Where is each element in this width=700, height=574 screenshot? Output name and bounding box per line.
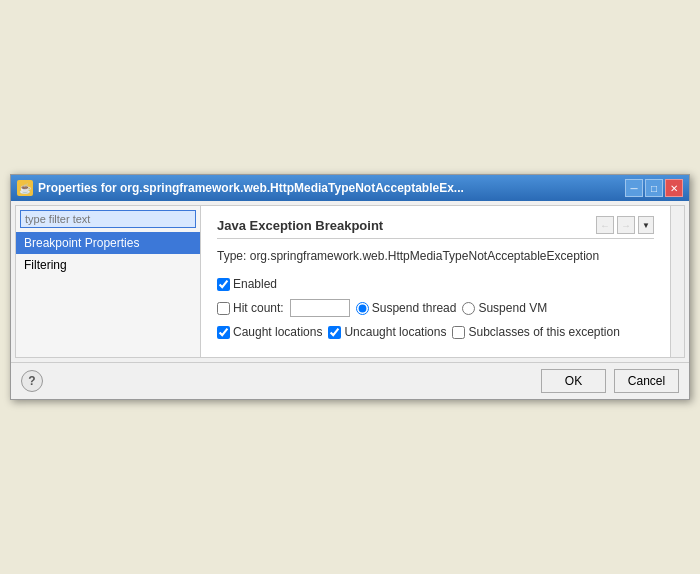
hit-count-label: Hit count: (233, 301, 284, 315)
minimize-button[interactable]: ─ (625, 179, 643, 197)
footer-buttons: OK Cancel (541, 369, 679, 393)
hit-count-input[interactable] (290, 299, 350, 317)
type-label: Type: (217, 249, 246, 263)
sidebar-item-breakpoint-properties[interactable]: Breakpoint Properties (16, 232, 200, 254)
panel-title-text: Java Exception Breakpoint (217, 218, 383, 233)
ok-button[interactable]: OK (541, 369, 606, 393)
uncaught-locations-label: Uncaught locations (344, 325, 446, 339)
uncaught-locations-group: Uncaught locations (328, 325, 446, 339)
hit-count-checkbox-group: Hit count: (217, 301, 284, 315)
enabled-label: Enabled (233, 277, 277, 291)
sidebar: Breakpoint Properties Filtering (16, 206, 201, 357)
type-value: org.springframework.web.HttpMediaTypeNot… (250, 249, 600, 263)
subclasses-label: Subclasses of this exception (468, 325, 619, 339)
title-bar-controls: ─ □ ✕ (625, 179, 683, 197)
uncaught-locations-checkbox[interactable] (328, 326, 341, 339)
suspend-thread-label: Suspend thread (372, 301, 457, 315)
nav-arrows: ← → ▼ (596, 216, 654, 234)
suspend-vm-radio[interactable] (462, 302, 475, 315)
maximize-button[interactable]: □ (645, 179, 663, 197)
hit-count-checkbox[interactable] (217, 302, 230, 315)
hit-count-row: Hit count: Suspend thread Suspend VM (217, 299, 654, 317)
type-line: Type: org.springframework.web.HttpMediaT… (217, 249, 654, 263)
filter-input[interactable] (20, 210, 196, 228)
panel-header: Java Exception Breakpoint ← → ▼ (217, 216, 654, 239)
subclasses-checkbox[interactable] (452, 326, 465, 339)
title-bar-left: ☕ Properties for org.springframework.web… (17, 180, 625, 196)
help-button[interactable]: ? (21, 370, 43, 392)
nav-forward-button[interactable]: → (617, 216, 635, 234)
right-scrollbar (670, 206, 684, 357)
title-bar: ☕ Properties for org.springframework.web… (11, 175, 689, 201)
content-area: Breakpoint Properties Filtering Java Exc… (15, 205, 685, 358)
close-button[interactable]: ✕ (665, 179, 683, 197)
cancel-button[interactable]: Cancel (614, 369, 679, 393)
caught-locations-group: Caught locations (217, 325, 322, 339)
enabled-checkbox[interactable] (217, 278, 230, 291)
suspend-thread-group: Suspend thread (356, 301, 457, 315)
nav-back-button[interactable]: ← (596, 216, 614, 234)
suspend-thread-radio[interactable] (356, 302, 369, 315)
window-body: Breakpoint Properties Filtering Java Exc… (11, 201, 689, 399)
locations-row: Caught locations Uncaught locations Subc… (217, 325, 654, 339)
main-panel: Java Exception Breakpoint ← → ▼ Type: or… (201, 206, 670, 357)
nav-dropdown-button[interactable]: ▼ (638, 216, 654, 234)
caught-locations-checkbox[interactable] (217, 326, 230, 339)
caught-locations-label: Caught locations (233, 325, 322, 339)
enabled-checkbox-group: Enabled (217, 277, 277, 291)
window-title: Properties for org.springframework.web.H… (38, 181, 464, 195)
window-icon: ☕ (17, 180, 33, 196)
subclasses-group: Subclasses of this exception (452, 325, 619, 339)
footer: ? OK Cancel (11, 362, 689, 399)
main-window: ☕ Properties for org.springframework.web… (10, 174, 690, 400)
suspend-vm-group: Suspend VM (462, 301, 547, 315)
enabled-row: Enabled (217, 277, 654, 291)
suspend-vm-label: Suspend VM (478, 301, 547, 315)
sidebar-item-filtering[interactable]: Filtering (16, 254, 200, 276)
